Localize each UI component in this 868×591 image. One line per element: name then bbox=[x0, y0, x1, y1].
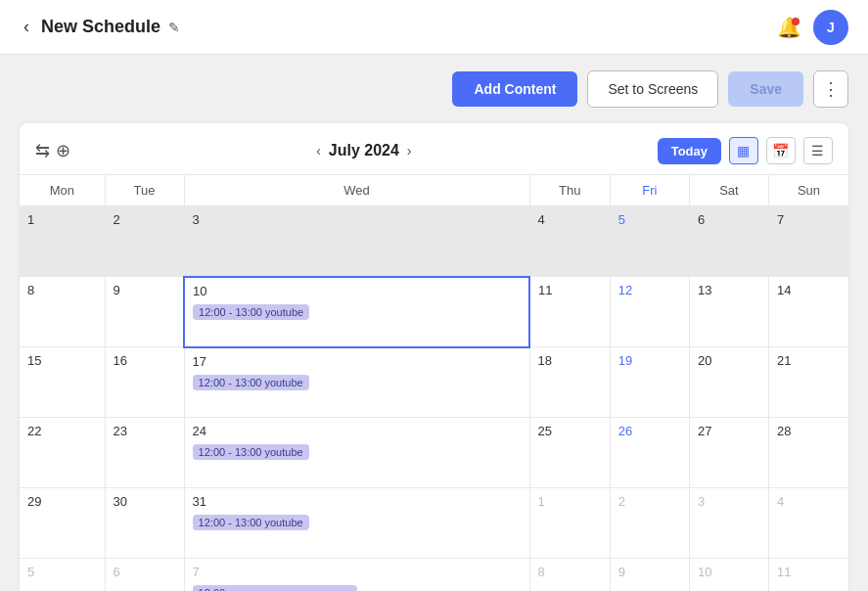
set-to-screens-button[interactable]: Set to Screens bbox=[587, 70, 718, 108]
next-month-button[interactable]: › bbox=[407, 143, 412, 159]
event-badge[interactable]: 12:00 - 13:00 youtube bbox=[193, 304, 309, 320]
calendar-cell[interactable]: 8 bbox=[529, 559, 610, 592]
calendar-cell[interactable]: 20 bbox=[689, 347, 768, 418]
col-sat: Sat bbox=[689, 175, 768, 206]
calendar-cell[interactable]: 4 bbox=[529, 206, 610, 277]
cell-date-number: 1 bbox=[538, 494, 602, 509]
calendar-cell[interactable]: 2412:00 - 13:00 youtube bbox=[184, 418, 529, 488]
col-fri: Fri bbox=[610, 175, 689, 206]
cell-date-number: 30 bbox=[114, 494, 176, 509]
cell-date-number: 1 bbox=[27, 212, 97, 227]
cell-date-number: 25 bbox=[538, 424, 602, 438]
cell-date-number: 7 bbox=[193, 565, 522, 579]
prev-month-button[interactable]: ‹ bbox=[316, 143, 321, 159]
calendar-row: 891012:00 - 13:00 youtube11121314 bbox=[20, 277, 848, 347]
cell-date-number: 7 bbox=[777, 212, 841, 227]
calendar-cell[interactable]: 1012:00 - 13:00 youtube bbox=[184, 277, 529, 347]
calendar-cell[interactable]: 3 bbox=[184, 206, 529, 277]
calendar-cell[interactable]: 712:00... bbox=[184, 559, 529, 592]
calendar-cell[interactable]: 5 bbox=[610, 206, 689, 277]
calendar-cell[interactable]: 2 bbox=[610, 488, 689, 559]
calendar-cell[interactable]: 28 bbox=[768, 418, 848, 488]
event-badge[interactable]: 12:00... bbox=[193, 585, 357, 591]
calendar-cell[interactable]: 4 bbox=[768, 488, 848, 559]
cell-date-number: 6 bbox=[698, 212, 760, 227]
cell-date-number: 14 bbox=[777, 283, 841, 297]
calendar-cell[interactable]: 5 bbox=[20, 559, 105, 592]
cell-date-number: 4 bbox=[538, 212, 602, 227]
calendar-cell[interactable]: 6 bbox=[689, 206, 768, 277]
calendar-cell[interactable]: 19 bbox=[610, 347, 689, 418]
calendar-row: 56712:00...891011 bbox=[20, 559, 848, 592]
month-view-button[interactable]: ▦ bbox=[729, 137, 758, 164]
calendar-cell[interactable]: 9 bbox=[610, 559, 689, 592]
calendar-cell[interactable]: 25 bbox=[529, 418, 610, 488]
calendar-cell[interactable]: 22 bbox=[20, 418, 105, 488]
cell-date-number: 3 bbox=[193, 212, 522, 227]
calendar-cell[interactable]: 11 bbox=[768, 559, 848, 592]
calendar-header-right: Today ▦ 📅 ☰ bbox=[658, 137, 833, 164]
event-badge[interactable]: 12:00 - 13:00 youtube bbox=[193, 515, 309, 530]
toolbar: Add Content Set to Screens Save ⋮ bbox=[0, 55, 868, 123]
cell-date-number: 11 bbox=[777, 565, 841, 579]
calendar-grid: Mon Tue Wed Thu Fri Sat Sun 123456789101… bbox=[20, 175, 848, 591]
cell-date-number: 13 bbox=[698, 283, 760, 297]
list-view-button[interactable]: ☰ bbox=[803, 137, 833, 164]
calendar-cell[interactable]: 3112:00 - 13:00 youtube bbox=[184, 488, 529, 559]
calendar-cell[interactable]: 29 bbox=[20, 488, 105, 559]
calendar-cell[interactable]: 6 bbox=[105, 559, 184, 592]
calendar-cell[interactable]: 10 bbox=[689, 559, 768, 592]
cell-date-number: 21 bbox=[777, 353, 841, 368]
cell-date-number: 9 bbox=[618, 565, 681, 579]
cell-date-number: 15 bbox=[27, 353, 97, 368]
notification-button[interactable]: 🔔 bbox=[777, 16, 801, 39]
calendar-cell[interactable]: 12 bbox=[610, 277, 689, 347]
calendar-header: ⇆ ⊕ ‹ July 2024 › Today ▦ 📅 ☰ bbox=[20, 123, 848, 175]
calendar-controls-left: ⇆ ⊕ bbox=[35, 140, 70, 161]
add-content-button[interactable]: Add Content bbox=[452, 71, 577, 107]
cell-date-number: 5 bbox=[27, 565, 97, 579]
calendar-row: 1234567 bbox=[20, 206, 848, 277]
calendar-cell[interactable]: 7 bbox=[768, 206, 848, 277]
calendar-cell[interactable]: 3 bbox=[689, 488, 768, 559]
calendar-cell[interactable]: 23 bbox=[105, 418, 184, 488]
event-badge[interactable]: 12:00 - 13:00 youtube bbox=[193, 444, 309, 460]
calendar-cell[interactable]: 11 bbox=[529, 277, 610, 347]
cell-date-number: 23 bbox=[114, 424, 176, 438]
event-badge[interactable]: 12:00 - 13:00 youtube bbox=[193, 375, 309, 390]
calendar-cell[interactable]: 8 bbox=[20, 277, 105, 347]
add-event-icon[interactable]: ⊕ bbox=[56, 140, 70, 161]
calendar-cell[interactable]: 30 bbox=[105, 488, 184, 559]
week-view-button[interactable]: 📅 bbox=[766, 137, 796, 164]
calendar-cell[interactable]: 21 bbox=[768, 347, 848, 418]
calendar-cell[interactable]: 18 bbox=[529, 347, 610, 418]
calendar-cell[interactable]: 26 bbox=[610, 418, 689, 488]
back-button[interactable]: ‹ bbox=[20, 13, 33, 41]
calendar-cell[interactable]: 1 bbox=[529, 488, 610, 559]
calendar-cell[interactable]: 2 bbox=[105, 206, 184, 277]
notification-dot bbox=[792, 18, 799, 25]
cell-date-number: 3 bbox=[698, 494, 760, 509]
more-options-button[interactable]: ⋮ bbox=[813, 70, 848, 108]
cell-date-number: 8 bbox=[27, 283, 97, 297]
cell-date-number: 28 bbox=[777, 424, 841, 438]
calendar-cell[interactable]: 15 bbox=[20, 347, 105, 418]
calendar-cell[interactable]: 9 bbox=[105, 277, 184, 347]
page-title: New Schedule bbox=[41, 17, 160, 37]
calendar-cell[interactable]: 14 bbox=[768, 277, 848, 347]
share-icon[interactable]: ⇆ bbox=[35, 140, 50, 161]
calendar-cell[interactable]: 1712:00 - 13:00 youtube bbox=[184, 347, 529, 418]
calendar-cell[interactable]: 1 bbox=[20, 206, 105, 277]
save-button[interactable]: Save bbox=[728, 71, 803, 107]
cell-date-number: 4 bbox=[777, 494, 841, 509]
avatar[interactable]: J bbox=[813, 10, 848, 45]
edit-icon[interactable]: ✎ bbox=[168, 20, 180, 35]
cell-date-number: 9 bbox=[114, 283, 176, 297]
cell-date-number: 24 bbox=[193, 424, 522, 438]
calendar-cell[interactable]: 13 bbox=[689, 277, 768, 347]
calendar-row: 15161712:00 - 13:00 youtube18192021 bbox=[20, 347, 848, 418]
cell-date-number: 27 bbox=[698, 424, 760, 438]
today-button[interactable]: Today bbox=[658, 138, 721, 164]
calendar-cell[interactable]: 16 bbox=[105, 347, 184, 418]
calendar-cell[interactable]: 27 bbox=[689, 418, 768, 488]
